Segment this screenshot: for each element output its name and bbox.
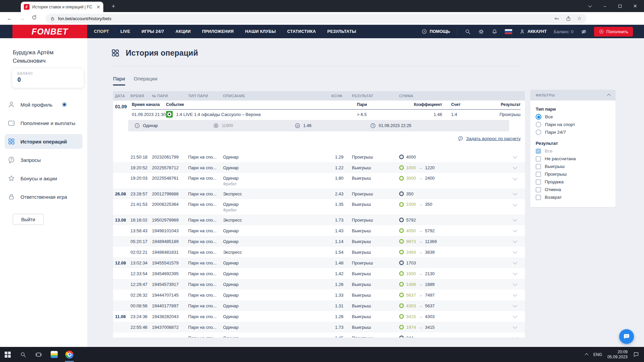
row-expand-button[interactable]: [505, 262, 525, 264]
result-option-1[interactable]: ✓Все: [536, 147, 610, 155]
address-bar[interactable]: fon.bet/account/history/bets ☆: [46, 14, 586, 23]
expanded-bet-row[interactable]: 01.09 Время начала Событие Пари Коэффици…: [113, 101, 525, 152]
bet-row[interactable]: 00:08:5619440177897Пари на спо...Одинар1…: [113, 300, 525, 311]
checkbox[interactable]: [536, 172, 541, 177]
logout-button[interactable]: Выйти: [13, 214, 44, 225]
back-button[interactable]: ←: [7, 15, 12, 22]
new-tab-button[interactable]: +: [109, 2, 118, 11]
result-option-7[interactable]: Возврат: [536, 193, 610, 201]
bet-row[interactable]: 12.0813:02:3419455541579Пари на спо...Од…: [113, 257, 525, 268]
sidebar-item-5[interactable]: Бонусы и акции: [5, 171, 83, 186]
checkbox[interactable]: ✓: [536, 148, 541, 154]
row-expand-button[interactable]: [505, 337, 525, 338]
help-button[interactable]: ? ПОМОЩЬ: [421, 28, 450, 35]
row-expand-button[interactable]: [505, 326, 525, 328]
row-expand-button[interactable]: [505, 167, 525, 169]
forward-button[interactable]: →: [19, 15, 25, 22]
row-expand-button[interactable]: [505, 156, 525, 158]
row-expand-button[interactable]: [505, 251, 525, 253]
result-option-4[interactable]: Проигрыш: [536, 170, 610, 178]
row-expand-button[interactable]: [505, 230, 525, 232]
bet-row[interactable]: 21:41:5320008225364Пари на спо...ОдинарФ…: [113, 199, 525, 215]
tray-expand-chevron-icon[interactable]: [585, 353, 588, 357]
deposit-button[interactable]: Пополнить: [594, 27, 633, 37]
row-expand-button[interactable]: [505, 315, 525, 317]
language-indicator[interactable]: ENG: [593, 352, 602, 357]
nav-item-1[interactable]: СПОРТ: [94, 29, 109, 34]
tab-close-icon[interactable]: ✕: [96, 4, 100, 10]
checkbox[interactable]: [536, 195, 541, 200]
radio-button[interactable]: [536, 122, 541, 127]
tab-search-chevron-icon[interactable]: [582, 0, 597, 12]
checkbox[interactable]: [536, 179, 541, 185]
checkbox[interactable]: [536, 164, 541, 169]
fonbet-logo[interactable]: FONBET: [12, 25, 87, 38]
account-button[interactable]: АККАУНТ: [519, 28, 547, 35]
bet-row[interactable]: 19:20:0320225548761Пари на спо...ОдинарФ…: [113, 173, 525, 188]
password-key-icon[interactable]: [554, 16, 559, 21]
row-expand-button[interactable]: [505, 204, 525, 206]
ask-question-link[interactable]: ? Задать вопрос по расчету: [458, 135, 521, 141]
bet-row[interactable]: 13.0816:16:0219502979969Пари на спо...Эк…: [113, 215, 525, 225]
search-icon[interactable]: [465, 28, 471, 35]
balance-visibility-eye-icon[interactable]: [581, 28, 587, 35]
radio-button[interactable]: [536, 114, 541, 120]
nav-item-5[interactable]: ПРИЛОЖЕНИЯ: [202, 29, 233, 34]
result-option-3[interactable]: Выигрыш: [536, 163, 610, 170]
bet-row[interactable]: 19:20:5220225578712Пари на спо...Одинар1…: [113, 162, 525, 173]
nav-item-7[interactable]: СТАТИСТИКА: [287, 29, 316, 34]
notification-center-icon[interactable]: [633, 351, 639, 358]
bet-type-option-3[interactable]: Пари 24/7: [536, 128, 610, 136]
clock[interactable]: 20:09 05.09.2023: [607, 350, 628, 360]
bet-row[interactable]: 26.0823:28:5720012799886Пари на спо...Эк…: [113, 188, 525, 199]
media-app-icon[interactable]: [46, 347, 62, 362]
result-option-2[interactable]: Не рассчитана: [536, 155, 610, 163]
nav-item-8[interactable]: РЕЗУЛЬТАТЫ: [327, 29, 356, 34]
task-view-button[interactable]: [31, 347, 46, 362]
window-minimize-button[interactable]: –: [597, 0, 612, 12]
bet-row[interactable]: 11.0823:24:3619438282043Пари на спо...Од…: [113, 311, 525, 322]
support-chat-button[interactable]: [619, 329, 634, 344]
taskbar-search-button[interactable]: [15, 347, 31, 362]
window-close-button[interactable]: ✕: [628, 0, 643, 12]
bet-row[interactable]: 22:55:4619437008872Пари на спо...Одинар1…: [113, 322, 525, 333]
bet-row[interactable]: 02:02:2119486481831Пари на спо...Экспрес…: [113, 247, 525, 257]
nav-item-4[interactable]: АКЦИИ: [175, 29, 191, 34]
result-option-6[interactable]: Отмена: [536, 186, 610, 193]
bet-row[interactable]: 21:50:1820232061799Пари на спо...Одинар1…: [113, 152, 525, 162]
sidebar-item-4[interactable]: ?Запросы: [5, 153, 83, 167]
reload-button[interactable]: [32, 15, 37, 22]
bet-row[interactable]: 12:33:5419454692395Пари на спо...Одинар1…: [113, 268, 525, 279]
result-option-5[interactable]: Продажа: [536, 178, 610, 186]
sidebar-item-3[interactable]: История операций: [5, 134, 83, 149]
bet-row[interactable]: 12:29:4719454573917Пари на спо...Одинар1…: [113, 279, 525, 290]
share-icon[interactable]: [566, 16, 571, 21]
bet-row[interactable]: 02:26:3219444707145Пари на спо...Одинар1…: [113, 290, 525, 300]
row-expand-button[interactable]: [505, 273, 525, 275]
row-expand-button[interactable]: [505, 305, 525, 307]
sidebar-item-1[interactable]: Мой профиль: [5, 97, 83, 112]
window-maximize-button[interactable]: [612, 0, 628, 12]
language-flag-icon[interactable]: [505, 29, 512, 34]
tab-operacii[interactable]: Операции: [134, 76, 157, 85]
row-expand-button[interactable]: [505, 193, 525, 195]
bet-row[interactable]: Пари на спо...Одинар1.45Проигрыш344: [113, 333, 525, 338]
bookmark-star-icon[interactable]: ☆: [577, 15, 582, 21]
bet-row[interactable]: 13:58:4319498101043Пари на спо...Одинар1…: [113, 225, 525, 236]
bet-type-option-2[interactable]: Пари на спорт: [536, 121, 610, 128]
row-expand-button[interactable]: [505, 240, 525, 242]
settings-gear-icon[interactable]: [478, 28, 484, 35]
tab-pari[interactable]: Пари: [113, 76, 125, 85]
row-expand-button[interactable]: [505, 283, 525, 285]
radio-button[interactable]: [536, 129, 541, 135]
nav-item-3[interactable]: ИГРЫ 24/7: [142, 29, 164, 34]
checkbox[interactable]: [536, 187, 541, 192]
nav-item-6[interactable]: НАШИ КЛУБЫ: [245, 29, 276, 34]
bet-type-option-1[interactable]: Все: [536, 113, 610, 121]
collapse-chevron-icon[interactable]: [607, 94, 610, 98]
row-expand-button[interactable]: [505, 219, 525, 221]
checkbox[interactable]: [536, 156, 541, 162]
nav-item-2[interactable]: LIVE: [120, 29, 130, 34]
row-expand-button[interactable]: [505, 294, 525, 296]
bet-row[interactable]: 05:20:1719489485189Пари на спо...Одинар1…: [113, 236, 525, 247]
